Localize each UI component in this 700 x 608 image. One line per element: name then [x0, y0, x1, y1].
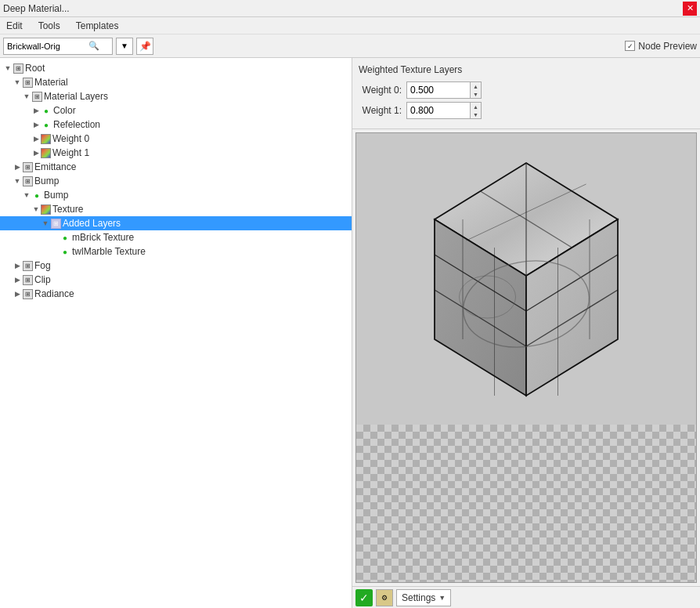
close-button[interactable]: ✕ [683, 2, 697, 16]
expand-icon: ▼ [22, 190, 31, 200]
menu-templates[interactable]: Templates [73, 19, 122, 33]
expand-icon: ▶ [31, 106, 41, 115]
tree-item-fog[interactable]: ▶ ⊞ Fog [0, 259, 352, 273]
tree-item-twlmarble[interactable]: ● twlMarble Texture [0, 244, 352, 259]
settings-icon[interactable]: ⚙ [376, 589, 393, 606]
tree-item-label: Bump [44, 190, 68, 201]
settings-label: Settings [402, 592, 435, 603]
group-icon: ⊞ [13, 63, 23, 74]
menu-tools[interactable]: Tools [35, 19, 63, 33]
tree-item-label: Added Layers [63, 218, 121, 229]
weight0-down-button[interactable]: ▼ [471, 90, 481, 98]
group-icon: ⊞ [22, 260, 33, 271]
expand-icon: ▶ [13, 275, 22, 284]
preview-area [355, 132, 697, 583]
tree-item-label: Material Layers [44, 91, 108, 102]
menu-edit[interactable]: Edit [3, 19, 26, 33]
expand-icon: ▶ [13, 261, 22, 270]
weight0-input[interactable] [407, 82, 470, 98]
expand-icon: ▶ [31, 120, 41, 129]
group-icon: ⊞ [22, 288, 33, 299]
tree-item-material-layers[interactable]: ▼ ⊞ Material Layers [0, 89, 352, 103]
tree-item-label: Emittance [34, 161, 76, 172]
tree-item-label: Fog [34, 260, 51, 271]
tree-item-label: Clip [34, 274, 51, 285]
group-icon: ⊞ [50, 218, 61, 229]
weight0-label: Weight 0: [359, 85, 402, 96]
title-bar: Deep Material... ✕ [0, 0, 700, 17]
expand-icon: ▼ [13, 176, 22, 186]
settings-button[interactable]: Settings ▼ [396, 589, 451, 606]
texture-icon [41, 148, 51, 158]
group-icon: ⊞ [22, 274, 33, 285]
expand-icon: ▼ [3, 63, 13, 73]
green-dot-icon: ● [31, 190, 42, 201]
tree-item-material[interactable]: ▼ ⊞ Material [0, 75, 352, 89]
search-dropdown-button[interactable]: ▼ [116, 38, 133, 55]
tree-item-mbrick[interactable]: ● mBrick Texture [0, 230, 352, 244]
tree-item-label: Texture [52, 204, 83, 215]
expand-icon: ▼ [22, 92, 31, 101]
weight1-label: Weight 1: [359, 105, 402, 116]
green-dot-icon: ● [60, 246, 70, 257]
tree-item-label: Bump [34, 176, 59, 186]
tree-panel: ▼ ⊞ Root ▼ ⊞ Material ▼ ⊞ Materi [0, 58, 352, 608]
expand-icon: ▶ [31, 148, 41, 157]
texture-icon [41, 134, 51, 144]
tree-item-refelection[interactable]: ▶ ● Refelection [0, 118, 352, 132]
search-input[interactable] [7, 42, 85, 51]
expand-icon: ▼ [13, 78, 22, 87]
tree-item-emittance[interactable]: ▶ ⊞ Emittance [0, 160, 352, 174]
weight0-input-group: ▲ ▼ [406, 81, 482, 99]
weight0-row: Weight 0: ▲ ▼ [359, 81, 694, 99]
tree-item-root[interactable]: ▼ ⊞ Root [0, 61, 352, 75]
node-preview-text: Node Preview [638, 41, 697, 52]
weight1-down-button[interactable]: ▼ [471, 110, 481, 118]
tree-item-clip[interactable]: ▶ ⊞ Clip [0, 273, 352, 287]
weight1-input[interactable] [407, 103, 470, 118]
node-preview-checkbox[interactable]: ✓ [625, 41, 635, 51]
tree-item-label: twlMarble Texture [72, 246, 146, 257]
tree-item-label: Root [25, 63, 45, 74]
tree-item-label: Material [34, 77, 68, 88]
tree-item-label: Refelection [53, 119, 100, 130]
green-dot-icon: ● [41, 105, 52, 116]
tree-item-radiance[interactable]: ▶ ⊞ Radiance [0, 287, 352, 301]
tree-item-weight0[interactable]: ▶ Weight 0 [0, 132, 352, 146]
tree-item-added-layers[interactable]: ▼ ⊞ Added Layers [0, 216, 352, 230]
weight1-up-button[interactable]: ▲ [471, 103, 481, 110]
tree-item-color[interactable]: ▶ ● Color [0, 103, 352, 118]
tree-item-bump-child[interactable]: ▼ ● Bump [0, 188, 352, 202]
tree-item-label: Radiance [34, 288, 74, 299]
group-icon: ⊞ [31, 91, 42, 102]
texture-icon [41, 204, 51, 215]
tree-item-texture[interactable]: ▼ Texture [0, 202, 352, 216]
expand-icon [50, 247, 60, 256]
cube-preview-svg [385, 141, 667, 439]
tree-item-weight1[interactable]: ▶ Weight 1 [0, 146, 352, 160]
tree-item-label: Weight 1 [52, 147, 89, 158]
search-icon: 🔍 [88, 41, 99, 51]
weight1-spinner: ▲ ▼ [470, 103, 481, 118]
pin-button[interactable]: 📌 [136, 38, 153, 55]
expand-icon: ▼ [31, 204, 41, 214]
tree-item-bump-parent[interactable]: ▼ ⊞ Bump [0, 174, 352, 188]
search-box: 🔍 [3, 38, 113, 55]
weight1-input-group: ▲ ▼ [406, 102, 482, 119]
settings-dropdown-arrow: ▼ [438, 594, 446, 602]
main-layout: ▼ ⊞ Root ▼ ⊞ Material ▼ ⊞ Materi [0, 58, 700, 608]
menu-bar: Edit Tools Templates [0, 17, 700, 34]
right-panel: Weighted Texture Layers Weight 0: ▲ ▼ We… [352, 58, 700, 608]
expand-icon: ▶ [13, 162, 22, 172]
bottom-bar: ✓ ⚙ Settings ▼ [352, 586, 700, 608]
expand-icon: ▶ [31, 134, 41, 143]
material-tree: ▼ ⊞ Root ▼ ⊞ Material ▼ ⊞ Materi [0, 58, 352, 304]
weight1-row: Weight 1: ▲ ▼ [359, 102, 694, 119]
green-dot-icon: ● [60, 232, 70, 243]
tree-item-label: mBrick Texture [72, 232, 134, 243]
weighted-texture-layers: Weighted Texture Layers Weight 0: ▲ ▼ We… [352, 58, 700, 129]
green-dot-icon: ● [41, 119, 52, 130]
group-icon: ⊞ [22, 161, 33, 172]
weight0-up-button[interactable]: ▲ [471, 82, 481, 90]
accept-button[interactable]: ✓ [355, 589, 373, 606]
